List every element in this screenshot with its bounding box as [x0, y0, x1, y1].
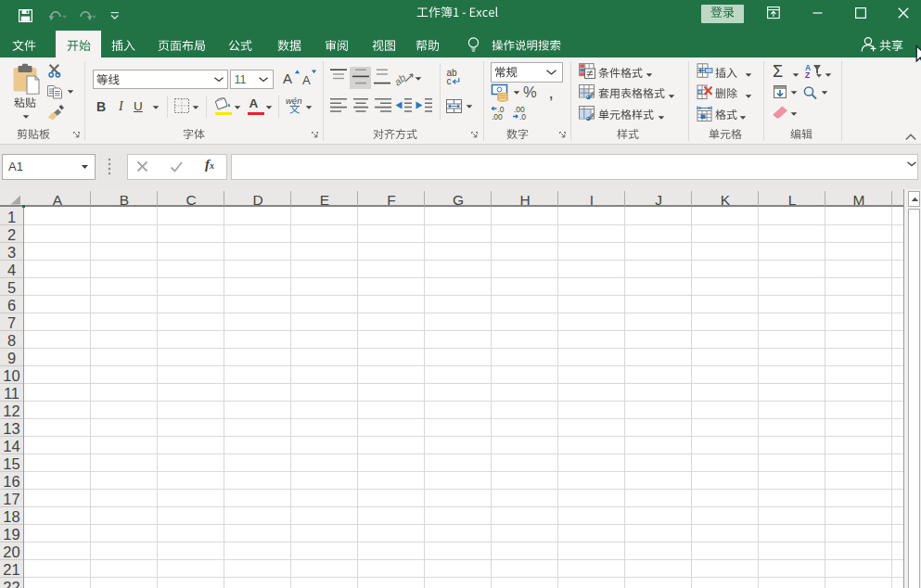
- svg-text:c: c: [447, 76, 452, 86]
- svg-text:.00: .00: [492, 112, 503, 121]
- svg-text:Z: Z: [805, 70, 810, 80]
- svg-text:.0: .0: [519, 112, 526, 121]
